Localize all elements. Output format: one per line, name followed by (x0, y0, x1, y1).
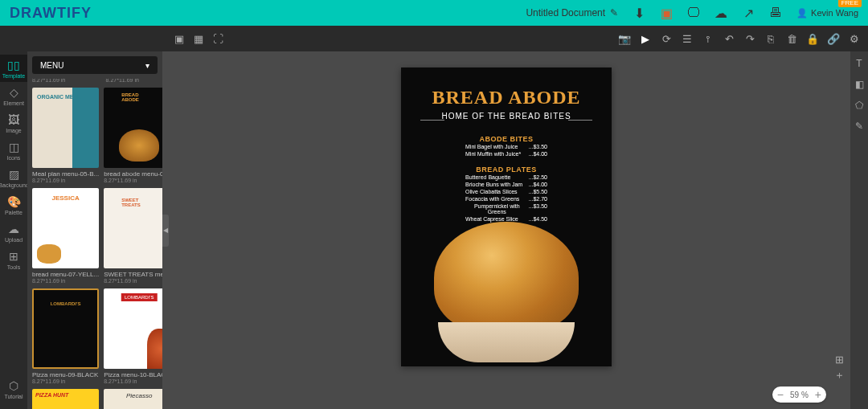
tab-icons[interactable]: ◫Icons (0, 137, 27, 164)
record-icon[interactable]: 📷 (617, 31, 632, 46)
background-icon: ▨ (9, 168, 19, 181)
template-item[interactable]: Meal plan menu-05-B... 8.27*11.69 in (32, 88, 99, 183)
tutorial-icon: ⬡ (9, 379, 18, 392)
menu-item[interactable]: Mini Bagel with Juice...$3.50 (401, 143, 612, 150)
tab-element[interactable]: ◇Element (0, 82, 27, 109)
print-icon[interactable]: 🖶 (769, 6, 782, 19)
list-icon[interactable]: ☰ (680, 31, 694, 46)
grid-icon[interactable]: ▦ (191, 31, 206, 46)
menu-item[interactable]: Pumpernickel with Greens...$3.50 (401, 202, 612, 215)
logo-draw: DRAW (10, 5, 57, 21)
top-bar: DRAWTIFY Untitled Document ✎ ⬇ ▣ 🖵 ☁ ↗ 🖶… (0, 0, 868, 26)
document-title[interactable]: Untitled Document ✎ (526, 7, 618, 18)
design-title[interactable]: BREAD ABODE (401, 67, 612, 108)
canvas-area[interactable]: ◀ BREAD ABODE HOME OF THE BREAD BITES AB… (162, 51, 850, 409)
chevron-down-icon: ▾ (145, 61, 149, 70)
tab-image[interactable]: 🖼Image (0, 109, 27, 137)
delete-icon[interactable]: 🗑 (784, 31, 799, 46)
fit-icon[interactable]: ⛶ (211, 31, 225, 46)
tab-template[interactable]: ▯▯Template (0, 55, 27, 82)
pen-tool-icon[interactable]: ✎ (854, 121, 865, 132)
tab-upload[interactable]: ☁Upload (0, 219, 27, 246)
upload-icon: ☁ (8, 223, 19, 235)
menu-item[interactable]: Brioche Buns with Jam...$4.00 (401, 181, 612, 188)
zoom-in-button[interactable]: + (815, 388, 821, 401)
design-document[interactable]: BREAD ABODE HOME OF THE BREAD BITES ABOD… (401, 67, 612, 366)
tab-tools[interactable]: ⊞Tools (0, 246, 27, 273)
template-size: 8.27*11.69 in (104, 378, 162, 384)
zoom-control: − 59 % + (772, 387, 826, 403)
doc-title-text: Untitled Document (526, 7, 605, 18)
zoom-out-button[interactable]: − (777, 388, 784, 401)
template-item[interactable]: SWEET TREATS men... 8.27*11.69 in (104, 188, 162, 284)
user-icon: 👤 (796, 8, 808, 18)
redo-icon[interactable]: ↷ (743, 31, 757, 46)
tools-icon: ⊞ (9, 250, 18, 263)
crop-icon[interactable]: ▣ (172, 31, 186, 46)
user-name: Kevin Wang (811, 8, 858, 18)
template-thumbnail (32, 389, 99, 409)
add-page-icon[interactable]: ＋ (833, 369, 845, 382)
template-name: Pizza menu-09-BLACK (32, 371, 99, 378)
refresh-icon[interactable]: ⟳ (659, 31, 674, 46)
share-icon[interactable]: ↗ (742, 6, 755, 19)
template-item[interactable]: bread abode menu-06-... 8.27*11.69 in (104, 88, 162, 183)
edit-icon[interactable]: ✎ (610, 7, 618, 18)
link-icon[interactable]: 🔗 (826, 31, 841, 46)
collapse-panel-button[interactable]: ◀ (162, 215, 169, 247)
template-grid[interactable]: 8.27*11.69 in 8.27*11.69 in Meal plan me… (27, 79, 162, 409)
template-item[interactable] (104, 389, 162, 409)
zoom-level[interactable]: 59 % (790, 391, 809, 399)
template-item[interactable]: bread menu-07-YELL... 8.27*11.69 in (32, 188, 99, 284)
template-icon: ▯▯ (7, 59, 20, 72)
tab-palette[interactable]: 🎨Palette (0, 191, 27, 219)
settings-icon[interactable]: ⚙ (847, 31, 862, 46)
left-tabs: ▯▯Template ◇Element 🖼Image ◫Icons ▨Backg… (0, 51, 27, 409)
tab-background[interactable]: ▨Background (0, 164, 27, 191)
menu-item[interactable]: Buttered Baguette...$2.50 (401, 174, 612, 181)
template-item[interactable] (32, 389, 99, 409)
user-badge[interactable]: FREE 👤 Kevin Wang (796, 8, 858, 18)
bread-image[interactable] (426, 222, 587, 350)
template-size: 8.27*11.69 in (32, 178, 99, 183)
template-size: 8.27*11.69 in (32, 79, 101, 83)
layers-icon[interactable]: ◧ (854, 79, 865, 90)
menu-item[interactable]: Olive Ciabatta Slices...$5.50 (401, 188, 612, 195)
menu-item[interactable]: Focaccia with Greens...$2.70 (401, 195, 612, 202)
copy-icon[interactable]: ⎘ (764, 31, 778, 46)
play-icon[interactable]: ▶ (638, 31, 653, 46)
grid-view-icon[interactable]: ⊞ (833, 353, 845, 366)
template-size: 8.27*11.69 in (104, 278, 162, 284)
shape-tool-icon[interactable]: ⬠ (854, 100, 865, 111)
image-icon: 🖼 (8, 113, 19, 126)
template-thumbnail (104, 288, 162, 369)
save-icon[interactable]: ▣ (660, 6, 673, 19)
align-icon[interactable]: ⫯ (701, 31, 715, 46)
undo-icon[interactable]: ↶ (722, 31, 736, 46)
right-toolbar: T ◧ ⬠ ✎ (850, 51, 868, 409)
cloud-icon[interactable]: ☁ (714, 6, 727, 19)
logo[interactable]: DRAWTIFY (10, 5, 92, 22)
template-item[interactable]: Pizza menu-10-BLACK 8.27*11.69 in (104, 288, 162, 384)
template-thumbnail (32, 88, 99, 168)
template-name: bread abode menu-06-... (104, 170, 162, 178)
template-thumbnail (32, 188, 99, 268)
design-subtitle[interactable]: HOME OF THE BREAD BITES (401, 112, 612, 127)
display-icon[interactable]: 🖵 (687, 6, 700, 19)
template-thumbnail (104, 188, 162, 268)
template-size: 8.27*11.69 in (106, 79, 162, 83)
lock-icon[interactable]: 🔒 (805, 31, 820, 46)
dropdown-label: MENU (40, 61, 63, 70)
template-item[interactable]: Pizza menu-09-BLACK 8.27*11.69 in (32, 288, 99, 384)
icons-icon: ◫ (9, 141, 19, 153)
text-tool-icon[interactable]: T (854, 58, 865, 69)
menu-section-header[interactable]: ABODE BITES (401, 135, 612, 143)
menu-item[interactable]: Mini Muffin with Juice*...$4.00 (401, 150, 612, 157)
template-name: bread menu-07-YELL... (32, 271, 99, 278)
category-dropdown[interactable]: MENU ▾ (32, 56, 158, 74)
logo-tify: TIFY (57, 5, 92, 21)
download-icon[interactable]: ⬇ (633, 6, 645, 19)
menu-section-header[interactable]: BREAD PLATES (401, 166, 612, 174)
template-size: 8.27*11.69 in (32, 278, 99, 284)
tab-tutorial[interactable]: ⬡Tutorial (0, 375, 27, 403)
